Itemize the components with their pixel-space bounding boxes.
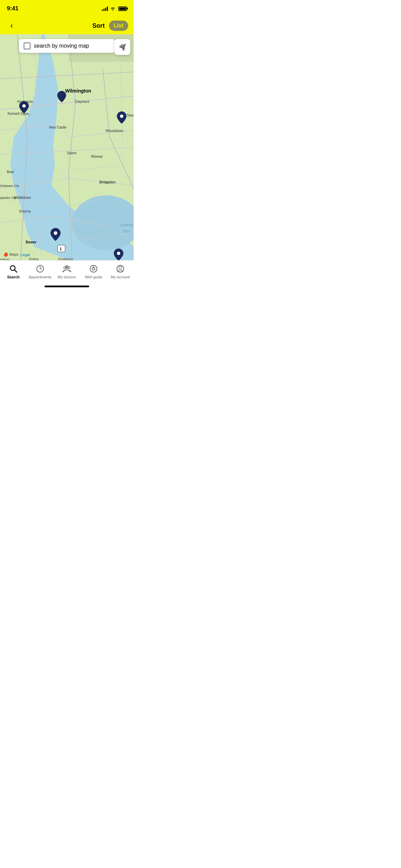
header: ‹ Sort List: [0, 17, 134, 34]
svg-text:Wilmington: Wilmington: [65, 88, 91, 94]
home-indicator: [45, 286, 89, 287]
search-tab-label: Search: [7, 275, 20, 279]
tab-search[interactable]: Search: [0, 264, 27, 279]
map-pin-5[interactable]: [114, 249, 123, 260]
my-doctors-tab-label: My doctors: [58, 275, 76, 279]
svg-text:New Castle: New Castle: [49, 125, 67, 129]
svg-text:Smyrna: Smyrna: [19, 209, 31, 213]
svg-text:Claymont: Claymont: [75, 100, 89, 104]
header-actions: Sort List: [93, 21, 128, 31]
map-pin-4[interactable]: [50, 228, 61, 241]
svg-point-68: [119, 266, 122, 269]
my-doctors-tab-icon: [62, 264, 72, 274]
back-button[interactable]: ‹: [5, 20, 18, 32]
svg-text:Alloway: Alloway: [91, 155, 102, 158]
well-guide-tab-icon: [89, 264, 98, 274]
svg-text:Delaware City: Delaware City: [0, 184, 20, 188]
svg-text:Delaware: Delaware: [120, 223, 134, 227]
legal-link[interactable]: Legal: [21, 253, 30, 257]
search-by-moving-map-pill[interactable]: search by moving map: [19, 39, 115, 53]
search-checkbox[interactable]: [24, 43, 31, 49]
svg-text:Middletown: Middletown: [14, 196, 31, 200]
wifi-icon: [110, 7, 116, 11]
appointments-tab-icon: [35, 264, 45, 274]
map-attribution: 🍎 Maps Legal: [3, 252, 30, 257]
my-account-tab-icon: [116, 264, 125, 274]
signal-icon: [102, 6, 108, 11]
svg-point-51: [54, 231, 58, 235]
battery-icon: [118, 7, 127, 11]
tab-my-doctors[interactable]: My doctors: [53, 264, 80, 279]
location-arrow-icon: [119, 43, 126, 51]
map-container[interactable]: Philadelphia Wilmington Kennett Squa... …: [0, 34, 134, 260]
svg-text:nsboro: nsboro: [0, 258, 10, 260]
appointments-tab-label: Appointments: [28, 275, 51, 279]
location-button[interactable]: [114, 39, 130, 55]
search-tab-icon: [9, 264, 18, 274]
sort-button[interactable]: Sort: [93, 22, 105, 29]
svg-point-52: [117, 252, 120, 255]
svg-text:Bay: Bay: [123, 229, 130, 233]
svg-text:Felton: Felton: [29, 257, 39, 260]
svg-text:Salem: Salem: [67, 151, 76, 155]
svg-text:Frederica: Frederica: [58, 257, 73, 260]
tab-bar: Search Appointments: [0, 260, 134, 289]
apple-maps-logo: 🍎 Maps: [3, 252, 19, 257]
svg-point-50: [120, 114, 123, 118]
svg-point-49: [22, 104, 26, 108]
map-pin-2[interactable]: [57, 91, 66, 103]
svg-line-56: [15, 270, 17, 273]
svg-text:Bear: Bear: [7, 170, 14, 174]
my-account-tab-label: My account: [111, 275, 130, 279]
svg-text:Woodstown: Woodstown: [106, 129, 123, 133]
map-pin-1[interactable]: [19, 101, 29, 113]
map-pin-3[interactable]: [117, 111, 126, 124]
list-button[interactable]: List: [109, 21, 128, 31]
tab-my-account[interactable]: My account: [107, 264, 134, 279]
back-arrow-icon: ‹: [10, 21, 13, 30]
well-guide-tab-label: Well guide: [85, 275, 102, 279]
tab-appointments[interactable]: Appointments: [27, 264, 53, 279]
svg-text:1: 1: [60, 247, 62, 251]
status-bar: 9:41: [0, 0, 134, 17]
status-icons: [102, 6, 127, 11]
svg-text:Bridgeton: Bridgeton: [99, 180, 116, 184]
status-time: 9:41: [7, 5, 19, 12]
map-background: Philadelphia Wilmington Kennett Squa... …: [0, 34, 134, 260]
svg-text:Dover: Dover: [26, 240, 37, 244]
svg-text:Swedesboro: Swedesboro: [127, 113, 134, 117]
search-pill-label: search by moving map: [34, 43, 89, 49]
tab-well-guide[interactable]: Well guide: [80, 264, 107, 279]
